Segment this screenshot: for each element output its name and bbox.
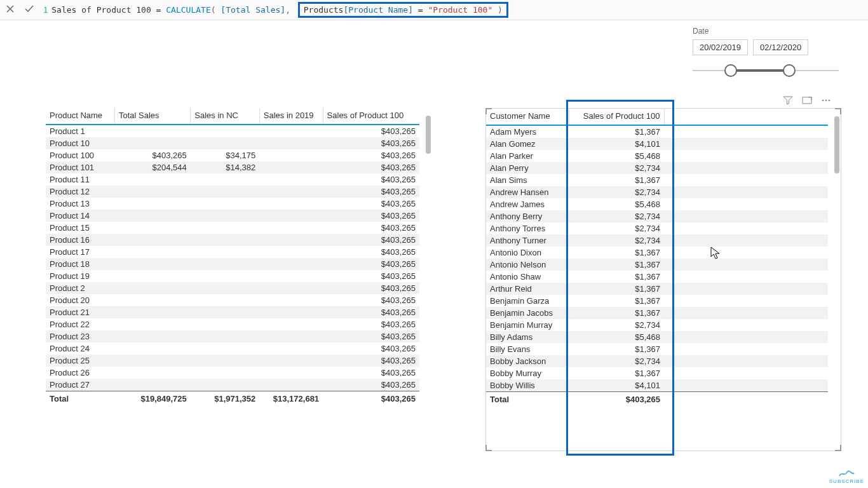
table-row[interactable]: Product 19$403,265: [46, 270, 419, 282]
table-row[interactable]: Anthony Torres$2,734: [486, 222, 828, 234]
table-row[interactable]: Andrew James$5,468: [486, 198, 828, 210]
slider-handle-from[interactable]: [724, 64, 737, 77]
col-sales-nc[interactable]: Sales in NC: [191, 108, 259, 125]
focus-mode-icon[interactable]: [802, 95, 812, 107]
table-row[interactable]: Antonio Nelson$1,367: [486, 259, 828, 271]
table-row[interactable]: Product 18$403,265: [46, 258, 419, 270]
table-row[interactable]: Alan Gomez$4,101: [486, 138, 828, 150]
visual-header: [783, 95, 831, 107]
svg-rect-0: [803, 97, 811, 104]
col-sales-p100[interactable]: Sales of Product 100: [569, 109, 664, 125]
subscribe-watermark: SUBSCRIBE: [829, 470, 864, 484]
table-row[interactable]: Product 13$403,265: [46, 198, 419, 210]
table-row[interactable]: Alan Sims$1,367: [486, 174, 828, 186]
table-row[interactable]: Andrew Hansen$2,734: [486, 186, 828, 198]
col-customer-name[interactable]: Customer Name: [486, 109, 569, 125]
table-row[interactable]: Bobby Willis$4,101: [486, 379, 828, 392]
table-row[interactable]: Billy Evans$1,367: [486, 343, 828, 355]
table-row[interactable]: Product 14$403,265: [46, 210, 419, 222]
table-row[interactable]: Alan Perry$2,734: [486, 162, 828, 174]
table-row[interactable]: Antonio Dixon$1,367: [486, 247, 828, 259]
svg-point-2: [825, 100, 827, 102]
date-slicer-label: Date: [693, 27, 851, 36]
table-row[interactable]: Bobby Murray$1,367: [486, 367, 828, 379]
table-row[interactable]: Product 101$204,544$14,382$403,265: [46, 161, 419, 173]
table-row[interactable]: Anthony Turner$2,734: [486, 234, 828, 247]
table-row[interactable]: Product 1$403,265: [46, 125, 419, 137]
table-row[interactable]: Benjamin Garza$1,367: [486, 295, 828, 307]
table-row[interactable]: Product 16$403,265: [46, 234, 419, 246]
table-row[interactable]: Alan Parker$5,468: [486, 150, 828, 162]
table-row[interactable]: Product 2$403,265: [46, 282, 419, 294]
table-row[interactable]: Arthur Reid$1,367: [486, 283, 828, 295]
table-row[interactable]: Benjamin Jacobs$1,367: [486, 307, 828, 319]
table-row[interactable]: Product 23$403,265: [46, 330, 419, 342]
date-slider[interactable]: [693, 64, 839, 77]
col-sales-p100[interactable]: Sales of Product 100: [323, 108, 419, 125]
date-from-input[interactable]: 20/02/2019: [693, 39, 748, 55]
more-options-icon[interactable]: [821, 95, 831, 107]
formula-input[interactable]: 1 Sales of Product 100 = CALCULATE ( [ T…: [43, 2, 508, 18]
product-sales-table[interactable]: Product Name Total Sales Sales in NC Sal…: [46, 108, 432, 451]
table-row[interactable]: Product 17$403,265: [46, 246, 419, 258]
svg-point-1: [822, 100, 824, 102]
line-number: 1: [43, 6, 48, 15]
total-label: Total: [486, 392, 569, 407]
table-row[interactable]: Bobby Jackson$2,734: [486, 355, 828, 367]
table-row[interactable]: Product 27$403,265: [46, 379, 419, 391]
svg-point-3: [829, 100, 831, 102]
date-to-input[interactable]: 02/12/2020: [753, 39, 808, 55]
col-total-sales[interactable]: Total Sales: [114, 108, 190, 125]
table-row[interactable]: Product 21$403,265: [46, 306, 419, 318]
table-row[interactable]: Product 11$403,265: [46, 173, 419, 186]
formula-filter-highlight: Products [ Product Name ] = "Product 100…: [298, 2, 508, 18]
table-row[interactable]: Antonio Shaw$1,367: [486, 271, 828, 283]
table-row[interactable]: Product 100$403,265$34,175$403,265: [46, 149, 419, 161]
table-row[interactable]: Product 26$403,265: [46, 367, 419, 379]
table-row[interactable]: Product 10$403,265: [46, 137, 419, 149]
table-row[interactable]: Product 25$403,265: [46, 355, 419, 367]
table-row[interactable]: Product 24$403,265: [46, 342, 419, 355]
scrollbar[interactable]: [426, 112, 431, 447]
col-product-name[interactable]: Product Name: [46, 108, 114, 125]
total-label: Total: [46, 391, 114, 407]
scrollbar[interactable]: [834, 112, 839, 447]
col-sales-2019[interactable]: Sales in 2019: [259, 108, 323, 125]
table-row[interactable]: Benjamin Murray$2,734: [486, 319, 828, 331]
table-row[interactable]: Product 20$403,265: [46, 294, 419, 306]
filter-icon[interactable]: [783, 95, 793, 107]
table-row[interactable]: Product 22$403,265: [46, 318, 419, 330]
table-row[interactable]: Product 12$403,265: [46, 186, 419, 198]
customer-sales-table[interactable]: Customer Name Sales of Product 100 Adam …: [485, 108, 841, 451]
commit-icon[interactable]: [24, 4, 34, 16]
table-row[interactable]: Product 15$403,265: [46, 222, 419, 234]
table-row[interactable]: Adam Myers$1,367: [486, 125, 828, 138]
date-slicer[interactable]: Date 20/02/2019 02/12/2020: [693, 27, 851, 77]
table-row[interactable]: Billy Adams$5,468: [486, 331, 828, 343]
cancel-icon[interactable]: [5, 4, 15, 16]
formula-bar: 1 Sales of Product 100 = CALCULATE ( [ T…: [0, 0, 868, 20]
slider-handle-to[interactable]: [783, 64, 796, 77]
table-row[interactable]: Anthony Berry$2,734: [486, 210, 828, 222]
